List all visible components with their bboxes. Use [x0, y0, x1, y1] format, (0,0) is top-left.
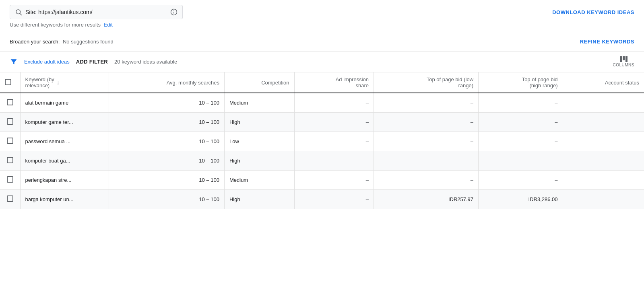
- row-checkbox-cell: [0, 190, 20, 209]
- avg-monthly-cell: 10 – 100: [109, 93, 224, 113]
- keyword-cell: komputer game ter...: [20, 113, 109, 132]
- row-checkbox[interactable]: [7, 138, 13, 144]
- info-icon[interactable]: [170, 8, 178, 16]
- keyword-cell: alat bermain game: [20, 93, 109, 113]
- top-bar: Site: https://jalantikus.com/ DOWNLOAD K…: [0, 0, 644, 19]
- ad-impression-cell: –: [294, 171, 374, 190]
- row-checkbox[interactable]: [7, 157, 13, 163]
- competition-cell: Medium: [224, 93, 294, 113]
- top-bid-high-cell: –: [479, 132, 563, 151]
- ad-impression-cell: –: [294, 190, 374, 209]
- top-bid-low-cell: –: [374, 93, 479, 113]
- table-row: alat bermain game10 – 100Medium–––: [0, 93, 644, 113]
- search-icon: [15, 8, 22, 16]
- table-row: komputer buat ga...10 – 100High–––: [0, 151, 644, 171]
- ad-impression-cell: –: [294, 151, 374, 171]
- competition-cell: High: [224, 113, 294, 132]
- row-checkbox-cell: [0, 93, 20, 113]
- competition-cell: High: [224, 151, 294, 171]
- broaden-section: Broaden your search: No suggestions foun…: [10, 39, 114, 45]
- top-bid-low-cell: IDR257.97: [374, 190, 479, 209]
- broaden-value: No suggestions found: [63, 39, 114, 45]
- edit-link[interactable]: Edit: [104, 22, 113, 28]
- account-status-header[interactable]: Account status: [563, 72, 644, 93]
- keyword-table: Keyword (byrelevance) ↓ Avg. monthly sea…: [0, 72, 644, 209]
- competition-header[interactable]: Competition: [224, 72, 294, 93]
- top-bid-low-cell: –: [374, 151, 479, 171]
- competition-cell: Medium: [224, 171, 294, 190]
- row-checkbox-cell: [0, 171, 20, 190]
- select-all-header[interactable]: [0, 72, 20, 93]
- top-bid-high-cell: –: [479, 113, 563, 132]
- keyword-table-container: Keyword (byrelevance) ↓ Avg. monthly sea…: [0, 72, 644, 209]
- select-all-checkbox[interactable]: [5, 79, 11, 85]
- keyword-count: 20 keyword ideas available: [114, 59, 177, 65]
- search-value: Site: https://jalantikus.com/: [25, 9, 170, 15]
- top-bid-low-cell: –: [374, 113, 479, 132]
- keyword-cell: komputer buat ga...: [20, 151, 109, 171]
- sort-icon[interactable]: ↓: [57, 79, 60, 86]
- ad-impression-header[interactable]: Ad impressionshare: [294, 72, 374, 93]
- hint-row: Use different keywords for more results …: [0, 19, 644, 32]
- row-checkbox-cell: [0, 151, 20, 171]
- account-status-cell: [563, 151, 644, 171]
- filter-bar: Exclude adult ideas ADD FILTER 20 keywor…: [0, 51, 644, 72]
- refine-keywords-button[interactable]: REFINE KEYWORDS: [580, 39, 634, 45]
- row-checkbox[interactable]: [7, 118, 13, 125]
- table-row: harga komputer un...10 – 100High–IDR257.…: [0, 190, 644, 209]
- columns-icon: [620, 56, 627, 62]
- download-keyword-ideas-button[interactable]: DOWNLOAD KEYWORD IDEAS: [552, 9, 634, 15]
- row-checkbox[interactable]: [7, 99, 13, 105]
- funnel-icon: [10, 58, 18, 66]
- top-bid-high-cell: –: [479, 151, 563, 171]
- account-status-cell: [563, 171, 644, 190]
- hint-text: Use different keywords for more results: [10, 22, 101, 28]
- broaden-row: Broaden your search: No suggestions foun…: [0, 32, 644, 51]
- table-row: password semua ...10 – 100Low–––: [0, 132, 644, 151]
- table-body: alat bermain game10 – 100Medium–––komput…: [0, 93, 644, 209]
- avg-monthly-searches-header[interactable]: Avg. monthly searches: [109, 72, 224, 93]
- table-row: komputer game ter...10 – 100High–––: [0, 113, 644, 132]
- account-status-cell: [563, 132, 644, 151]
- account-status-cell: [563, 93, 644, 113]
- top-bid-high-header[interactable]: Top of page bid(high range): [479, 72, 563, 93]
- exclude-adult-ideas-link[interactable]: Exclude adult ideas: [24, 59, 70, 65]
- keyword-cell: password semua ...: [20, 132, 109, 151]
- account-status-cell: [563, 190, 644, 209]
- top-bid-low-cell: –: [374, 132, 479, 151]
- table-header-row: Keyword (byrelevance) ↓ Avg. monthly sea…: [0, 72, 644, 93]
- account-status-cell: [563, 113, 644, 132]
- keyword-col-label: Keyword (byrelevance): [25, 76, 54, 88]
- keyword-column-header[interactable]: Keyword (byrelevance) ↓: [20, 72, 109, 93]
- competition-cell: Low: [224, 132, 294, 151]
- avg-monthly-cell: 10 – 100: [109, 190, 224, 209]
- ad-impression-cell: –: [294, 113, 374, 132]
- avg-monthly-cell: 10 – 100: [109, 132, 224, 151]
- top-bid-high-cell: IDR3,286.00: [479, 190, 563, 209]
- avg-monthly-cell: 10 – 100: [109, 171, 224, 190]
- ad-impression-cell: –: [294, 93, 374, 113]
- svg-line-1: [20, 13, 21, 15]
- top-bid-high-cell: –: [479, 171, 563, 190]
- row-checkbox[interactable]: [7, 176, 13, 183]
- keyword-cell: harga komputer un...: [20, 190, 109, 209]
- ad-impression-cell: –: [294, 132, 374, 151]
- keyword-cell: perlengkapan stre...: [20, 171, 109, 190]
- search-box[interactable]: Site: https://jalantikus.com/: [10, 5, 183, 19]
- top-bid-low-header[interactable]: Top of page bid (lowrange): [374, 72, 479, 93]
- table-row: perlengkapan stre...10 – 100Medium–––: [0, 171, 644, 190]
- avg-monthly-cell: 10 – 100: [109, 113, 224, 132]
- top-bid-high-cell: –: [479, 93, 563, 113]
- columns-button[interactable]: COLUMNS: [613, 56, 634, 67]
- row-checkbox-cell: [0, 113, 20, 132]
- row-checkbox-cell: [0, 132, 20, 151]
- add-filter-button[interactable]: ADD FILTER: [76, 59, 108, 65]
- avg-monthly-cell: 10 – 100: [109, 151, 224, 171]
- top-bid-low-cell: –: [374, 171, 479, 190]
- columns-label: COLUMNS: [613, 63, 634, 67]
- broaden-label: Broaden your search:: [10, 39, 60, 45]
- row-checkbox[interactable]: [7, 195, 13, 202]
- competition-cell: High: [224, 190, 294, 209]
